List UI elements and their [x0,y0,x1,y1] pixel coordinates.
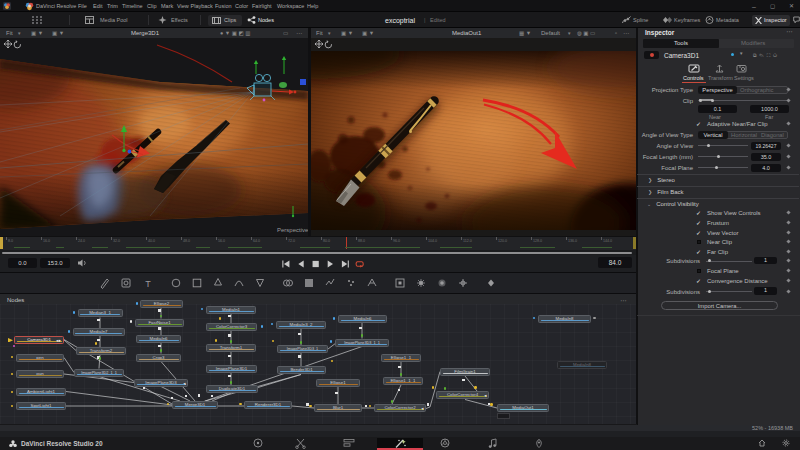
svg-text:Perspective: Perspective [277,227,308,233]
svg-text:T: T [145,279,151,289]
